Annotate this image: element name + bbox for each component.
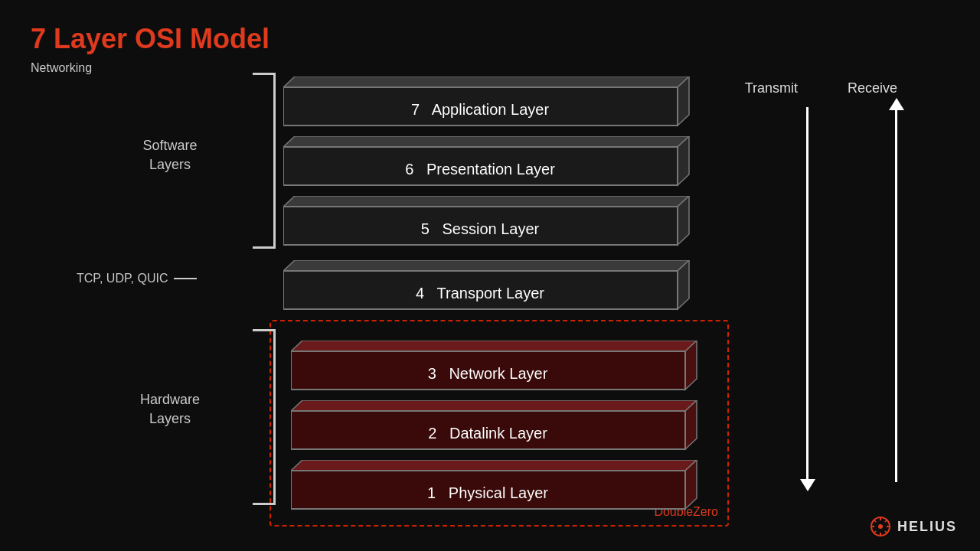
svg-line-37 xyxy=(874,531,876,533)
layer-5: 5 Session Layer xyxy=(283,196,701,249)
transmit-label: Transmit xyxy=(745,80,798,96)
software-layers-label: SoftwareLayers xyxy=(124,136,216,174)
svg-text:3   Network Layer: 3 Network Layer xyxy=(428,365,548,382)
svg-marker-20 xyxy=(291,400,697,411)
svg-text:6   Presentation Layer: 6 Presentation Layer xyxy=(405,161,555,178)
svg-line-36 xyxy=(885,520,887,523)
layer-3: 3 Network Layer xyxy=(291,341,708,394)
svg-line-35 xyxy=(885,531,887,533)
svg-marker-16 xyxy=(291,341,697,351)
helius-text: HELIUS xyxy=(897,519,957,535)
helius-icon xyxy=(870,516,891,537)
software-bracket xyxy=(253,73,276,249)
layer-1: 1 Physical Layer xyxy=(291,460,708,514)
svg-marker-4 xyxy=(283,136,689,147)
receive-arrow xyxy=(895,107,897,482)
svg-text:4   Transport Layer: 4 Transport Layer xyxy=(416,285,544,302)
layer-7: 7 Application Layer xyxy=(283,77,701,130)
svg-marker-12 xyxy=(283,260,689,271)
layer-4: 4 Transport Layer xyxy=(283,260,701,314)
hardware-bracket xyxy=(253,329,276,505)
tcp-label-text: TCP, UDP, QUIC xyxy=(77,272,168,285)
page-title: 7 Layer OSI Model xyxy=(31,23,270,55)
helius-logo: HELIUS xyxy=(870,516,957,537)
page-subtitle: Networking xyxy=(31,61,92,75)
layer-6: 6 Presentation Layer xyxy=(283,136,701,190)
svg-marker-24 xyxy=(291,460,697,471)
tcp-udp-label: TCP, UDP, QUIC xyxy=(77,272,197,285)
svg-marker-0 xyxy=(283,77,689,87)
receive-label: Receive xyxy=(848,80,897,96)
svg-text:7   Application Layer: 7 Application Layer xyxy=(411,101,549,118)
svg-marker-8 xyxy=(283,196,689,207)
svg-line-34 xyxy=(874,520,876,523)
svg-text:5   Session Layer: 5 Session Layer xyxy=(421,220,540,237)
layer-2: 2 Datalink Layer xyxy=(291,400,708,454)
svg-text:1   Physical Layer: 1 Physical Layer xyxy=(427,484,548,501)
transmit-arrow xyxy=(806,107,808,482)
svg-point-29 xyxy=(878,524,883,529)
svg-text:2   Datalink Layer: 2 Datalink Layer xyxy=(428,425,547,442)
tcp-line xyxy=(174,278,197,279)
hardware-layers-label: HardwareLayers xyxy=(124,390,216,429)
